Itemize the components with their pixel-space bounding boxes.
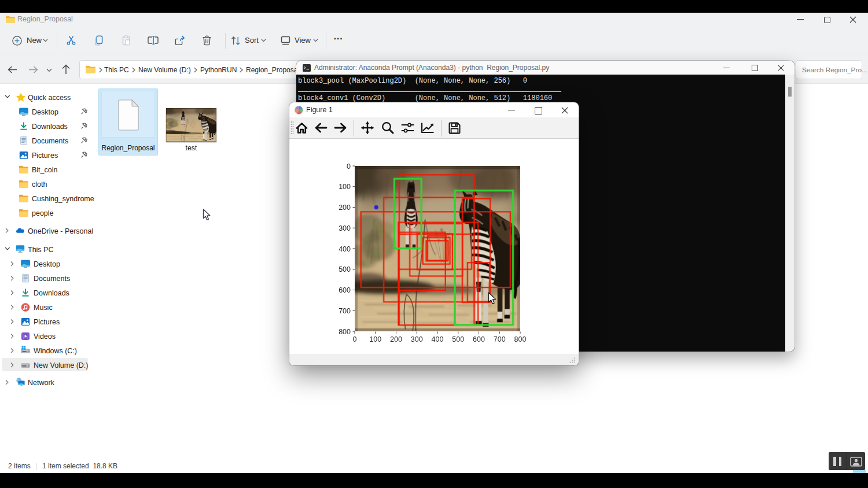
svg-text:Desktop: Desktop (32, 108, 58, 116)
svg-text:Quick access: Quick access (28, 94, 71, 102)
svg-text:800: 800 (339, 328, 351, 336)
svg-text:Desktop: Desktop (34, 260, 60, 268)
svg-text:0: 0 (347, 162, 351, 171)
svg-text:Network: Network (28, 379, 55, 387)
svg-text:Pictures: Pictures (34, 318, 60, 326)
svg-text:400: 400 (432, 335, 444, 343)
svg-text:Windows (C:): Windows (C:) (34, 347, 77, 355)
svg-text:Music: Music (34, 304, 53, 312)
svg-text:500: 500 (339, 265, 351, 273)
svg-text:Documents: Documents (32, 137, 68, 145)
svg-text:Downloads: Downloads (32, 123, 68, 131)
svg-text:Downloads: Downloads (34, 289, 69, 297)
svg-text:400: 400 (339, 245, 351, 253)
svg-text:Pictures: Pictures (32, 151, 58, 160)
svg-text:0: 0 (353, 335, 357, 343)
svg-text:Documents: Documents (34, 275, 70, 283)
svg-text:200: 200 (390, 335, 402, 343)
svg-text:600: 600 (339, 286, 351, 294)
svg-text:200: 200 (339, 204, 351, 212)
svg-text:100: 100 (339, 183, 351, 191)
svg-text:This PC: This PC (28, 246, 53, 254)
svg-text:New Volume (D:): New Volume (D:) (34, 361, 88, 369)
svg-text:cloth: cloth (32, 180, 47, 188)
svg-text:OneDrive - Personal: OneDrive - Personal (28, 227, 93, 235)
svg-text:300: 300 (339, 224, 351, 232)
svg-text:600: 600 (473, 335, 485, 343)
svg-text:Bit_coin: Bit_coin (32, 166, 58, 174)
svg-text:300: 300 (411, 335, 423, 343)
svg-text:Videos: Videos (34, 332, 56, 341)
svg-text:people: people (32, 209, 54, 217)
svg-text:800: 800 (514, 335, 527, 343)
svg-text:Cushing_syndrome: Cushing_syndrome (32, 195, 94, 203)
svg-text:700: 700 (494, 335, 506, 343)
svg-text:500: 500 (452, 335, 464, 343)
svg-text:700: 700 (339, 307, 351, 315)
svg-text:100: 100 (369, 335, 381, 343)
